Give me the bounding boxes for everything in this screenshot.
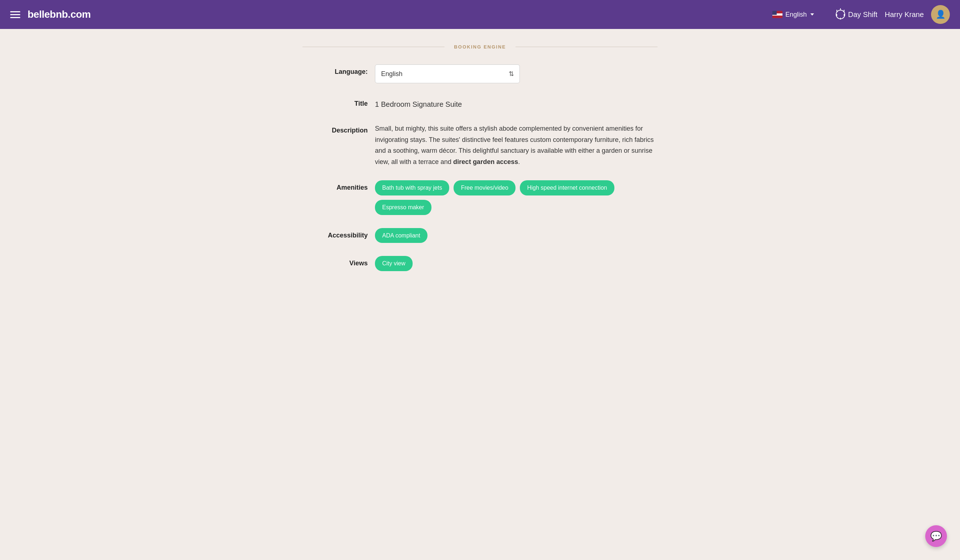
views-tags: City view	[375, 256, 658, 271]
tag-item: Bath tub with spray jets	[375, 180, 449, 195]
tag-item: Free movies/video	[454, 180, 515, 195]
header: bellebnb.com English Day Shift Harry Kra…	[0, 0, 960, 29]
hamburger-menu[interactable]	[10, 11, 20, 18]
tag-item: High speed internet connection	[520, 180, 614, 195]
language-switcher[interactable]: English	[772, 11, 814, 18]
views-label: Views	[302, 256, 368, 267]
accessibility-label: Accessibility	[302, 228, 368, 239]
title-row: Title 1 Bedroom Signature Suite	[302, 96, 658, 110]
section-header: BOOKING ENGINE	[302, 43, 658, 50]
language-label: Language:	[302, 64, 368, 76]
accessibility-row: Accessibility ADA compliant	[302, 228, 658, 243]
main-content: BOOKING ENGINE Language: English ⇅ Title…	[281, 29, 679, 298]
chevron-down-icon	[810, 13, 814, 16]
sun-icon	[836, 10, 845, 19]
header-right: Day Shift Harry Krane 👤	[836, 5, 950, 24]
chat-icon: 💬	[930, 531, 942, 542]
tag-item: ADA compliant	[375, 228, 427, 243]
description-value: Small, but mighty, this suite offers a s…	[375, 123, 658, 167]
views-container: City view	[375, 256, 658, 271]
amenities-label: Amenities	[302, 180, 368, 191]
avatar[interactable]: 👤	[931, 5, 950, 24]
username-label: Harry Krane	[885, 11, 924, 19]
tag-item: Espresso maker	[375, 200, 432, 215]
views-row: Views City view	[302, 256, 658, 271]
amenities-container: Bath tub with spray jetsFree movies/vide…	[375, 180, 658, 215]
day-shift[interactable]: Day Shift	[836, 10, 877, 19]
language-row: Language: English ⇅	[302, 64, 658, 83]
amenities-tags: Bath tub with spray jetsFree movies/vide…	[375, 180, 658, 215]
description-label: Description	[302, 123, 368, 134]
language-label: English	[786, 11, 807, 18]
title-label: Title	[302, 96, 368, 107]
flag-icon	[772, 11, 782, 18]
site-logo: bellebnb.com	[27, 9, 91, 20]
tag-item: City view	[375, 256, 413, 271]
day-shift-label: Day Shift	[848, 11, 877, 19]
section-title: BOOKING ENGINE	[454, 44, 506, 49]
language-select-wrapper: English ⇅	[375, 64, 520, 83]
language-select[interactable]: English	[375, 64, 520, 83]
accessibility-container: ADA compliant	[375, 228, 658, 243]
amenities-row: Amenities Bath tub with spray jetsFree m…	[302, 180, 658, 215]
chat-button[interactable]: 💬	[925, 525, 947, 547]
accessibility-tags: ADA compliant	[375, 228, 658, 243]
description-row: Description Small, but mighty, this suit…	[302, 123, 658, 167]
title-value: 1 Bedroom Signature Suite	[375, 96, 658, 110]
